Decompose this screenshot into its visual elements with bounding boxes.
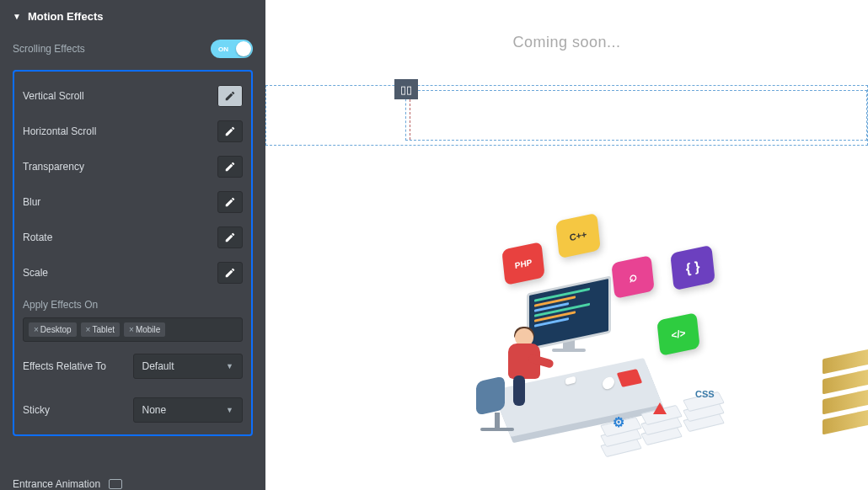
panel-title: Motion Effects [28,10,104,23]
panel-body: Scrolling Effects ON Vertical Scroll Hor… [0,33,265,466]
illustration-image: PHP C++ ⌕ { } </> ⚙ [451,219,737,471]
chip-mobile[interactable]: ×Mobile [124,322,165,337]
apply-effects-on-input[interactable]: ×Desktop ×Tablet ×Mobile [23,317,243,342]
remove-icon: × [34,325,39,334]
effects-relative-to-select[interactable]: Default ▼ [133,354,244,379]
scale-edit-button[interactable] [217,262,243,284]
sidebar-panel: ▼ Motion Effects Scrolling Effects ON Ve… [0,0,265,490]
desktop-icon [109,479,122,489]
pencil-icon [224,267,236,279]
pencil-icon [224,125,236,137]
chair-icon [476,379,518,429]
effects-group: Vertical Scroll Horizontal Scroll Transp… [13,70,253,436]
stack-css-icon: CSS [683,396,724,436]
sticky-value: None [142,404,167,416]
section-placeholder[interactable]: ▯▯ [265,85,868,146]
remove-icon: × [86,325,91,334]
stack-triangle-icon [641,409,682,450]
horizontal-scroll-edit-button[interactable] [217,120,243,142]
remove-icon: × [129,325,134,334]
vertical-scroll-edit-button[interactable] [217,85,243,107]
scrolling-effects-toggle[interactable]: ON [211,40,253,58]
scrolling-effects-label: Scrolling Effects [13,43,85,55]
sticky-label: Sticky [23,404,128,416]
effects-relative-to-label: Effects Relative To [23,360,128,372]
caret-down-icon: ▼ [226,362,233,370]
effect-row-transparency: Transparency [23,149,243,184]
chip-tablet[interactable]: ×Tablet [81,322,121,337]
column-placeholder[interactable]: ▯▯ [405,90,867,141]
effects-relative-to-row: Effects Relative To Default ▼ [23,342,243,382]
blur-edit-button[interactable] [217,191,243,213]
sticky-row: Sticky None ▼ [23,382,243,428]
page-title: Coming soon... [265,0,868,77]
cpp-card-icon: C++ [555,213,601,258]
entrance-animation-row[interactable]: Entrance Animation [0,466,265,490]
pencil-icon [224,90,236,102]
chip-desktop[interactable]: ×Desktop [29,322,77,337]
columns-icon: ▯▯ [400,83,412,96]
horizontal-scroll-label: Horizontal Scroll [23,125,96,137]
blur-label: Blur [23,196,40,208]
effect-row-vertical-scroll: Vertical Scroll [23,78,243,114]
sticky-select[interactable]: None ▼ [133,397,244,423]
rotate-label: Rotate [23,232,52,243]
scrolling-effects-row: Scrolling Effects ON [13,33,253,70]
scale-label: Scale [23,267,48,279]
pencil-icon [224,232,236,243]
effect-row-rotate: Rotate [23,220,243,255]
vertical-scroll-label: Vertical Scroll [23,90,84,102]
effects-relative-to-value: Default [142,360,174,372]
column-handle[interactable]: ▯▯ [394,79,418,99]
effect-row-horizontal-scroll: Horizontal Scroll [23,114,243,149]
effect-row-blur: Blur [23,184,243,220]
code-card-icon: </> [656,312,699,356]
stack-gear-icon: ⚙ [601,421,641,461]
effect-row-scale: Scale [23,255,243,290]
toggle-on-label: ON [218,45,228,53]
pencil-icon [224,196,236,208]
apply-effects-on-label: Apply Effects On [23,290,243,317]
gold-text-decoration [822,354,868,438]
brace-card-icon: { } [670,245,715,290]
entrance-animation-label: Entrance Animation [13,478,100,490]
transparency-edit-button[interactable] [217,156,243,178]
panel-header-motion-effects[interactable]: ▼ Motion Effects [0,0,265,33]
pencil-icon [224,161,236,173]
caret-down-icon: ▼ [13,12,21,21]
caret-down-icon: ▼ [226,406,233,414]
php-card-icon: PHP [501,242,544,285]
transparency-label: Transparency [23,161,84,173]
search-card-icon: ⌕ [611,255,654,299]
rotate-edit-button[interactable] [217,226,243,248]
toggle-knob-icon [236,41,251,56]
editor-canvas[interactable]: Coming soon... ▯▯ PHP C++ ⌕ { } </> [265,0,868,490]
